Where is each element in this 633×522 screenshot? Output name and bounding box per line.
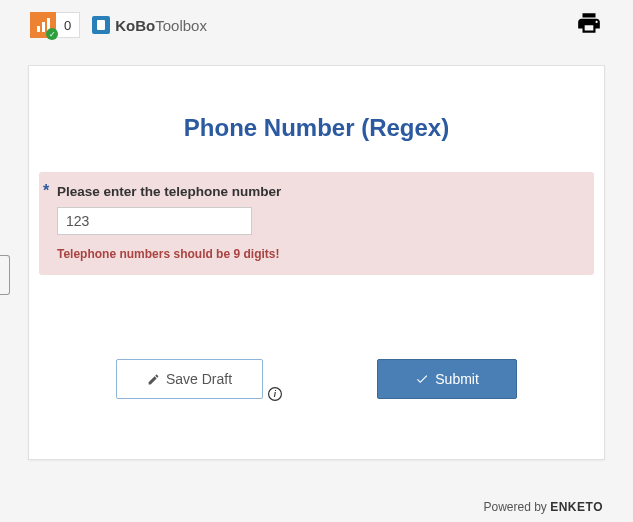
question-label: Please enter the telephone number (57, 184, 580, 199)
queue-count: 0 (56, 12, 80, 38)
phone-input[interactable] (57, 207, 252, 235)
enketo-brand: ENKETO (550, 500, 603, 514)
save-draft-button[interactable]: Save Draft (116, 359, 263, 399)
brand-logo[interactable]: KoBoToolbox (92, 16, 207, 34)
save-draft-label: Save Draft (166, 371, 232, 387)
form-title: Phone Number (Regex) (29, 66, 604, 172)
required-star: * (43, 182, 49, 200)
queue-icon: ✓ (30, 12, 56, 38)
kobo-icon (92, 16, 110, 34)
header: ✓ 0 KoBoToolbox (0, 0, 633, 50)
brand-text: KoBoToolbox (115, 17, 207, 34)
sidebar-handle[interactable] (0, 255, 10, 295)
info-icon[interactable]: i (268, 387, 282, 401)
print-icon (575, 10, 603, 36)
submit-label: Submit (435, 371, 479, 387)
form-paper: Phone Number (Regex) * Please enter the … (28, 65, 605, 460)
pencil-icon (147, 373, 160, 386)
queue-badge[interactable]: ✓ 0 (30, 12, 80, 38)
print-button[interactable] (575, 10, 603, 40)
check-icon: ✓ (46, 28, 58, 40)
form-footer: Save Draft i Submit (29, 319, 604, 419)
question-phone: * Please enter the telephone number Tele… (39, 172, 594, 275)
check-icon (415, 372, 429, 386)
error-message: Telephone numbers should be 9 digits! (57, 247, 580, 261)
powered-by: Powered by ENKETO (484, 500, 604, 514)
submit-button[interactable]: Submit (377, 359, 517, 399)
